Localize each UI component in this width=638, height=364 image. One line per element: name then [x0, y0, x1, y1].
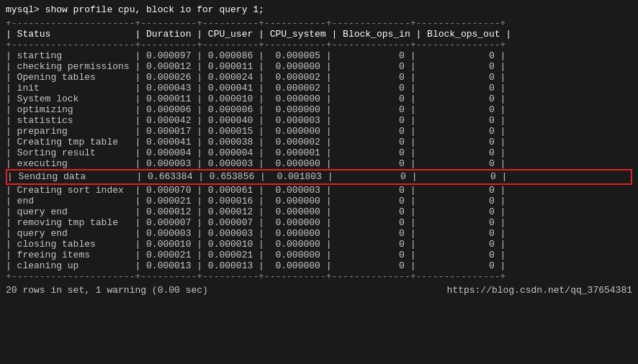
table-row: | closing tables | 0.000010 | 0.000010 |… — [6, 239, 632, 250]
divider-bottom: +----------------------+----------+-----… — [6, 271, 632, 282]
table-header: | Status | Duration | CPU_user | CPU_sys… — [6, 29, 632, 40]
table-row: | Creating sort index | 0.000070 | 0.000… — [6, 185, 632, 196]
table-row: | end | 0.000021 | 0.000016 | 0.000000 |… — [6, 196, 632, 206]
divider-mid: +----------------------+----------+-----… — [6, 40, 632, 50]
table-row: | System lock | 0.000011 | 0.000010 | 0.… — [6, 94, 632, 104]
footer-url: https://blog.csdn.net/qq_37654381 — [447, 285, 632, 296]
table-row: | init | 0.000043 | 0.000041 | 0.000002 … — [6, 83, 632, 94]
table-row: | executing | 0.000003 | 0.000003 | 0.00… — [6, 158, 632, 169]
table-row: | cleaning up | 0.000013 | 0.000013 | 0.… — [6, 260, 632, 271]
footer: 20 rows in set, 1 warning (0.00 sec) htt… — [6, 285, 632, 296]
table-row: | starting | 0.000097 | 0.000086 | 0.000… — [6, 50, 632, 61]
table-row: | statistics | 0.000042 | 0.000040 | 0.0… — [6, 115, 632, 126]
command-line: mysql> show profile cpu, block io for qu… — [6, 4, 632, 15]
footer-text: 20 rows in set, 1 warning (0.00 sec) — [6, 285, 208, 296]
table-row: | Creating tmp table | 0.000041 | 0.0000… — [6, 137, 632, 147]
divider-top: +----------------------+----------+-----… — [6, 18, 632, 29]
table-row: | query end | 0.000003 | 0.000003 | 0.00… — [6, 228, 632, 239]
terminal-window: mysql> show profile cpu, block io for qu… — [0, 0, 638, 364]
table-rows: | starting | 0.000097 | 0.000086 | 0.000… — [6, 50, 632, 271]
table-row: | query end | 0.000012 | 0.000012 | 0.00… — [6, 206, 632, 217]
table-row: | preparing | 0.000017 | 0.000015 | 0.00… — [6, 126, 632, 137]
table-row: | Opening tables | 0.000026 | 0.000024 |… — [6, 72, 632, 83]
table-row: | Sorting result | 0.000004 | 0.000004 |… — [6, 147, 632, 158]
table-row: | freeing items | 0.000021 | 0.000021 | … — [6, 250, 632, 260]
table-row: | Sending data | 0.663384 | 0.653856 | 0… — [6, 169, 632, 185]
table-container: +----------------------+----------+-----… — [6, 18, 632, 282]
table-row: | optimizing | 0.000006 | 0.000006 | 0.0… — [6, 104, 632, 115]
table-row: | removing tmp table | 0.000007 | 0.0000… — [6, 217, 632, 228]
table-row: | checking permissions | 0.000012 | 0.00… — [6, 61, 632, 72]
